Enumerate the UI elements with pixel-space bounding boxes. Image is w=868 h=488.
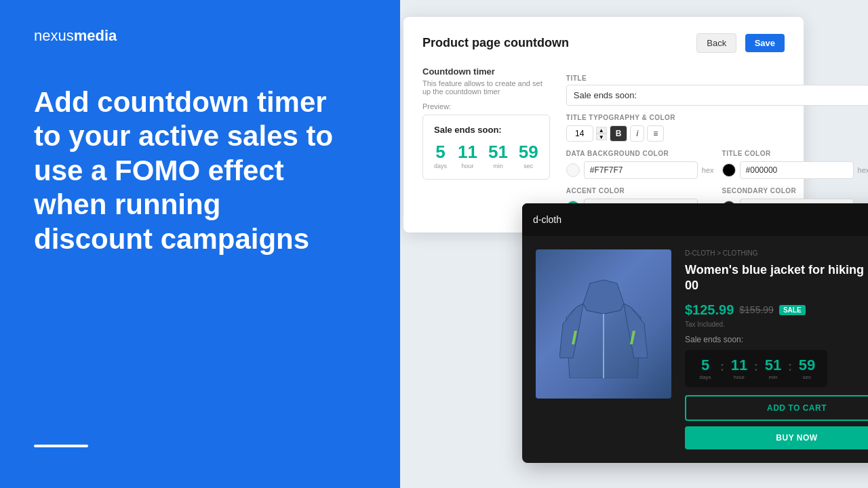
sale-badge: SALE <box>779 305 806 315</box>
original-price: $155.99 <box>739 304 774 315</box>
admin-right-section: Title TITLE TYPOGRAPHY & COLOR ▲ ▼ B i ≡… <box>566 66 868 216</box>
data-bg-color-dot[interactable] <box>566 163 580 177</box>
ecom-timer-minutes: 51 <box>762 357 784 374</box>
data-bg-color-suffix: hex <box>702 166 714 174</box>
data-bg-color-row: hex <box>566 161 714 179</box>
timer-minutes-value: 51 <box>488 142 508 163</box>
ecom-timer-seconds: 59 <box>796 357 818 374</box>
ecom-timer-sep2: : <box>754 360 758 374</box>
jacket-image <box>536 249 671 399</box>
store-name: d-cloth <box>533 214 561 225</box>
timer-days-unit: days <box>434 163 447 169</box>
ecom-header: d-cloth MJ <box>522 203 868 236</box>
timer-days-cell: 5 days <box>434 142 447 169</box>
timer-hours-value: 11 <box>458 142 477 163</box>
color-fields-top: Data background color hex Title color h <box>566 142 868 179</box>
title-input[interactable] <box>566 85 868 106</box>
ecom-timer-minutes-cell: 51 min <box>762 357 784 380</box>
right-area: Product page countdown Back Save Countdo… <box>400 0 868 488</box>
timer-seconds-value: 59 <box>519 142 538 163</box>
ecom-timer-days-unit: days <box>694 374 716 380</box>
ecom-timer-days-cell: 5 days <box>694 357 716 380</box>
data-bg-color-input[interactable] <box>584 161 698 179</box>
logo: nexusmedia <box>34 27 366 45</box>
logo-plain: nexus <box>34 27 74 44</box>
title-color-row: hex <box>722 161 868 179</box>
italic-button[interactable]: i <box>630 125 644 142</box>
ecom-timer-sep1: : <box>720 360 724 374</box>
left-panel: nexusmedia Add countdown timer to your a… <box>0 0 400 488</box>
title-color-field: Title color hex <box>722 142 868 179</box>
tax-text: Tax Included. <box>685 321 868 328</box>
title-color-label: Title color <box>722 150 868 157</box>
countdown-section-desc: This feature allows to create and set up… <box>422 79 550 96</box>
ecom-body: D-CLOTH > CLOTHING Women's blue jacket f… <box>522 236 868 463</box>
ecom-timer: 5 days : 11 hour : 51 min : 59 <box>685 350 827 387</box>
ecom-timer-hours-unit: hour <box>728 374 750 380</box>
product-title: Women's blue jacket for hiking 1252-00 <box>685 262 868 294</box>
preview-box: Sale ends soon: 5 days 11 hour <box>422 115 550 180</box>
headline: Add countdown timer to your active sales… <box>34 85 346 256</box>
price-row: $125.99 $155.99 SALE <box>685 302 868 318</box>
preview-title: Sale ends soon: <box>434 125 538 135</box>
typography-row: ▲ ▼ B i ≡ <box>566 125 868 142</box>
breadcrumb: D-CLOTH > CLOTHING <box>685 249 868 257</box>
typography-label: TITLE TYPOGRAPHY & COLOR <box>566 114 868 121</box>
timer-hours-unit: hour <box>458 163 477 169</box>
ecom-timer-hours: 11 <box>728 357 750 374</box>
timer-hours-cell: 11 hour <box>458 142 477 169</box>
add-to-cart-button[interactable]: ADD TO CART <box>685 395 868 421</box>
sale-ends-label: Sale ends soon: <box>685 335 868 344</box>
logo-bold: media <box>74 27 117 44</box>
buy-now-button[interactable]: BUY NOW <box>685 426 868 449</box>
product-image-area <box>536 249 671 449</box>
preview-timer-row: 5 days 11 hour 51 min <box>434 142 538 169</box>
admin-content: Countdown timer This feature allows to c… <box>422 66 785 216</box>
sale-price: $125.99 <box>685 302 734 318</box>
font-size-stepper: ▲ ▼ <box>596 127 607 140</box>
title-color-suffix: hex <box>858 166 868 174</box>
preview-label: Preview: <box>422 102 550 110</box>
timer-seconds-unit: sec <box>519 163 538 169</box>
title-field-label: Title <box>566 75 868 82</box>
timer-minutes-unit: min <box>488 163 508 169</box>
ecom-timer-hours-cell: 11 hour <box>728 357 750 380</box>
admin-card-header: Product page countdown Back Save <box>422 33 785 53</box>
bold-button[interactable]: B <box>610 125 628 142</box>
ecom-timer-minutes-unit: min <box>762 374 784 380</box>
ecom-preview-card: d-cloth MJ <box>522 203 868 463</box>
title-color-input[interactable] <box>740 161 854 179</box>
jacket-svg <box>559 270 648 378</box>
countdown-section-label: Countdown timer <box>422 66 550 77</box>
font-size-down[interactable]: ▼ <box>596 134 607 140</box>
decorative-bar <box>34 445 88 447</box>
data-bg-color-field: Data background color hex <box>566 142 714 179</box>
admin-panel-card: Product page countdown Back Save Countdo… <box>403 17 804 232</box>
ecom-timer-days: 5 <box>694 357 716 374</box>
align-button[interactable]: ≡ <box>647 125 664 142</box>
secondary-color-label: Secondary color <box>722 187 868 195</box>
back-button[interactable]: Back <box>696 33 736 53</box>
title-color-dot[interactable] <box>722 163 736 177</box>
admin-panel-title: Product page countdown <box>422 36 569 50</box>
timer-minutes-cell: 51 min <box>488 142 508 169</box>
product-details: D-CLOTH > CLOTHING Women's blue jacket f… <box>685 249 868 449</box>
admin-left-section: Countdown timer This feature allows to c… <box>422 66 550 216</box>
timer-seconds-cell: 59 sec <box>519 142 538 169</box>
font-size-input[interactable] <box>566 125 593 142</box>
ecom-timer-seconds-unit: sec <box>796 374 818 380</box>
data-bg-color-label: Data background color <box>566 150 714 157</box>
admin-action-buttons: Back Save <box>696 33 785 53</box>
ecom-timer-seconds-cell: 59 sec <box>796 357 818 380</box>
save-button[interactable]: Save <box>745 34 785 52</box>
ecom-timer-sep3: : <box>788 360 792 374</box>
accent-color-label: Accent color <box>566 187 714 195</box>
font-size-up[interactable]: ▲ <box>596 127 607 134</box>
timer-days-value: 5 <box>434 142 447 163</box>
